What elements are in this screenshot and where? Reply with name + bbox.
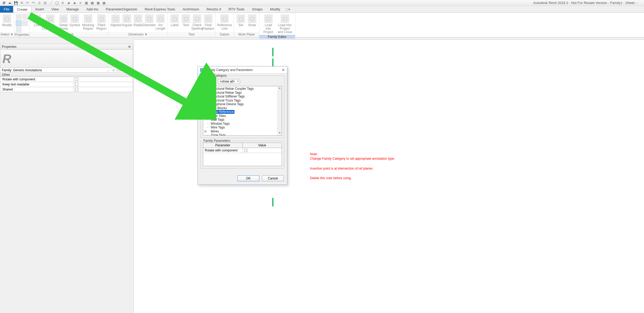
properties-header[interactable]: Properties ✕ bbox=[0, 44, 133, 50]
ribbon-mini-button[interactable] bbox=[16, 20, 22, 26]
category-item[interactable]: Zone Tags bbox=[203, 133, 282, 136]
tag-icon[interactable]: ◯ bbox=[54, 0, 60, 6]
property-category-header[interactable]: Other ⌃ bbox=[0, 73, 133, 77]
category-tree[interactable]: Structural Rebar Coupler TagsStructural … bbox=[203, 86, 282, 136]
thin-lines-icon[interactable]: ≡ bbox=[77, 0, 83, 6]
view3d-icon[interactable]: ◈ bbox=[66, 0, 72, 6]
redo-icon[interactable]: ↷ bbox=[30, 0, 36, 6]
ribbon-button[interactable]: ▢Text bbox=[180, 14, 191, 28]
tab-archvision[interactable]: ArchVision bbox=[179, 6, 203, 13]
checkbox[interactable] bbox=[75, 83, 78, 86]
ribbon-button[interactable]: ▢Show bbox=[247, 14, 257, 28]
param-value[interactable] bbox=[243, 148, 282, 153]
scroll-up-icon[interactable]: ▴ bbox=[278, 86, 282, 91]
tab-revitexpress[interactable]: Revit Express Tools bbox=[141, 6, 179, 13]
dim-icon[interactable]: ⋰ bbox=[48, 0, 54, 6]
ribbon-button[interactable]: ▢Load intoProject bbox=[261, 14, 276, 35]
chevron-down-icon[interactable]: ⌄ bbox=[107, 68, 109, 72]
property-row[interactable]: Keep text readable bbox=[0, 82, 133, 87]
measure-icon[interactable]: ⊟ bbox=[42, 0, 48, 6]
ribbon-panel-title[interactable]: Work Plane bbox=[234, 32, 259, 37]
ribbon-button[interactable]: ▢Modify bbox=[2, 14, 12, 28]
category-item[interactable]: Structural Stiffener Tags bbox=[203, 95, 282, 99]
ribbon-button[interactable]: ▢Set bbox=[235, 14, 246, 28]
checkbox[interactable] bbox=[244, 149, 247, 152]
cancel-button[interactable]: Cancel bbox=[262, 175, 284, 181]
tab-view[interactable]: View bbox=[48, 6, 63, 13]
custom2-icon[interactable]: ▦ bbox=[101, 0, 107, 6]
ok-button[interactable]: OK bbox=[237, 175, 259, 181]
ribbon-panel-title[interactable]: Text bbox=[168, 32, 215, 37]
ribbon-panel-title[interactable]: Detail bbox=[30, 32, 108, 37]
ribbon-panel-title[interactable]: Select ▼ bbox=[0, 32, 14, 37]
checkbox[interactable] bbox=[75, 78, 78, 81]
save-icon[interactable]: 💾 bbox=[13, 0, 19, 6]
switch-windows-icon[interactable]: ▦ bbox=[89, 0, 95, 6]
tab-context-icon[interactable]: ▢▾ bbox=[284, 6, 292, 13]
tab-create[interactable]: Create bbox=[13, 6, 32, 13]
property-value[interactable] bbox=[74, 87, 133, 92]
ribbon-button[interactable]: ▢Label bbox=[169, 14, 180, 28]
family-param-row[interactable]: Rotate with component bbox=[203, 148, 282, 153]
ribbon-button[interactable]: ▢MaskingRegion bbox=[81, 14, 96, 31]
category-item[interactable]: View Reference bbox=[203, 110, 282, 114]
category-item[interactable]: Wire Tags bbox=[203, 126, 282, 130]
category-item[interactable]: Title Blocks bbox=[203, 106, 282, 110]
category-item[interactable]: Structural Truss Tags bbox=[203, 99, 282, 103]
property-row[interactable]: Rotate with component bbox=[0, 77, 133, 82]
family-type-selector[interactable]: Family: Generic Annotations ⌄ 🗎 Edit Typ… bbox=[0, 68, 133, 73]
close-windows-icon[interactable]: ▦ bbox=[83, 0, 89, 6]
ribbon-button[interactable]: ▢Diameter bbox=[144, 14, 155, 28]
category-item[interactable]: Structural Rebar Coupler Tags bbox=[203, 87, 282, 91]
section-icon[interactable]: ◈ bbox=[72, 0, 77, 6]
ribbon-button[interactable]: ▢DetailGroup bbox=[58, 14, 69, 31]
ribbon-button[interactable]: ▢Line bbox=[32, 14, 42, 28]
tab-manage[interactable]: Manage bbox=[62, 6, 83, 13]
collapse-icon[interactable]: ⌃ bbox=[128, 73, 131, 77]
scroll-down-icon[interactable]: ▾ bbox=[278, 131, 282, 135]
ribbon-mini-button[interactable] bbox=[16, 14, 22, 20]
property-value[interactable] bbox=[74, 77, 133, 82]
property-row[interactable]: Shared bbox=[0, 87, 133, 92]
category-item[interactable]: View Titles bbox=[203, 114, 282, 118]
category-item[interactable]: Telephone Device Tags bbox=[203, 102, 282, 106]
ribbon-button[interactable]: ▢Find/Replace bbox=[203, 14, 214, 31]
tab-addins[interactable]: Add-Ins bbox=[83, 6, 102, 13]
filter-list-dropdown[interactable]: <show all> bbox=[218, 79, 240, 84]
edit-type-button[interactable]: 🗎 Edit Type bbox=[110, 68, 131, 72]
close-icon[interactable]: ✕ bbox=[128, 45, 131, 49]
ribbon-mini-button[interactable] bbox=[16, 27, 22, 33]
tab-revizto[interactable]: Revizto 4 bbox=[203, 6, 225, 13]
ribbon-button[interactable]: ▢Symbol bbox=[69, 14, 80, 28]
close-icon[interactable]: ✕ bbox=[282, 68, 285, 72]
tab-paramorganizer[interactable]: ParameterOrganizer bbox=[102, 6, 141, 13]
ribbon-mini-button[interactable] bbox=[22, 14, 28, 20]
tab-modify[interactable]: Modify bbox=[266, 6, 284, 13]
ribbon-button[interactable]: ▢ReferenceLine bbox=[217, 14, 232, 31]
dialog-titlebar[interactable]: Family Category and Parameters ✕ bbox=[198, 66, 287, 73]
category-item[interactable]: Wires bbox=[203, 130, 282, 134]
tab-file[interactable]: File bbox=[0, 6, 13, 13]
tab-rtvtools[interactable]: RTV Tools bbox=[225, 6, 248, 13]
tab-xinaps[interactable]: Xinaps bbox=[248, 6, 266, 13]
sync-icon[interactable]: ⟲ bbox=[19, 0, 25, 6]
ribbon-button[interactable]: ▢CheckSpelling bbox=[192, 14, 202, 31]
ribbon-button[interactable]: ▢Load intoProject and Close bbox=[276, 14, 293, 35]
ribbon-mini-button[interactable] bbox=[22, 20, 28, 26]
ribbon-button[interactable]: ▢Radial bbox=[133, 14, 143, 28]
revit-logo-icon[interactable]: R bbox=[1, 0, 7, 6]
category-item[interactable]: Structural Rebar Tags bbox=[203, 91, 282, 95]
ribbon-panel-title[interactable]: Datum bbox=[215, 32, 234, 37]
checkbox[interactable] bbox=[75, 88, 78, 91]
ribbon-button[interactable]: ▢Aligned bbox=[110, 14, 121, 28]
ribbon-button[interactable]: ▢Angular bbox=[121, 14, 132, 28]
ribbon-panel-title[interactable]: Dimension ▼ bbox=[109, 32, 167, 37]
print-icon[interactable]: ⎙ bbox=[36, 0, 42, 6]
category-item[interactable]: Window Tags bbox=[203, 122, 282, 126]
tab-insert[interactable]: Insert bbox=[32, 6, 48, 13]
ribbon-button[interactable]: ▢FilledRegion bbox=[96, 14, 107, 31]
custom1-icon[interactable]: ▦ bbox=[95, 0, 101, 6]
ribbon-button[interactable]: ▢ArcLength bbox=[155, 14, 166, 31]
ribbon-panel-title[interactable]: Properties bbox=[14, 33, 30, 37]
open-icon[interactable]: ◂▸ bbox=[7, 0, 13, 6]
